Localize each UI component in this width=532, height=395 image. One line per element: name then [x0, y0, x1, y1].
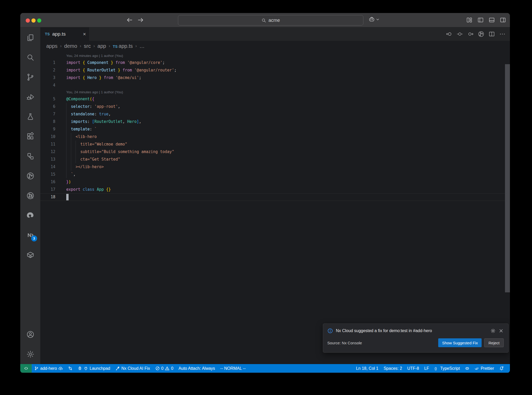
zoom-window-button[interactable] [37, 18, 41, 23]
indent-guide [76, 156, 76, 163]
editor-scrollbar[interactable] [505, 64, 510, 292]
breadcrumb-separator-icon: › [80, 43, 81, 49]
customize-layout-icon[interactable] [466, 17, 473, 23]
nav-forward-icon[interactable] [467, 31, 474, 37]
remote-icon [24, 366, 28, 371]
git-compare-status[interactable] [65, 364, 75, 373]
code-token: imports [71, 119, 87, 124]
breadcrumb-separator-icon: › [60, 43, 62, 49]
prettier-status[interactable]: Prettier [472, 364, 497, 373]
code-line: 9 template: ` [40, 126, 510, 133]
nav-dot-icon[interactable] [456, 31, 463, 37]
split-editor-icon[interactable] [488, 31, 495, 37]
launchpad-status[interactable]: Launchpad [75, 364, 113, 373]
breadcrumb-separator-icon: › [135, 43, 137, 49]
minimize-window-button[interactable] [31, 18, 36, 23]
notification-settings-gear-icon[interactable] [490, 328, 496, 333]
breadcrumb-item-[interactable]: … [139, 43, 145, 49]
tab-close-icon[interactable]: × [83, 31, 86, 37]
code-token: cta="Get Started" [66, 157, 120, 162]
navigate-forward-icon[interactable] [137, 17, 144, 23]
code-token: { [83, 68, 85, 73]
notification-title: Nx Cloud suggested a fix for demo:test i… [336, 328, 488, 333]
line-number: 8 [40, 118, 55, 126]
auto-attach-status[interactable]: Auto Attach: Always [176, 364, 218, 373]
breadcrumb-item-demo[interactable]: demo [64, 43, 77, 49]
sidebar-item-settings[interactable] [26, 350, 35, 358]
encoding-status[interactable]: UTF-8 [405, 364, 422, 373]
sidebar-item-edge[interactable] [26, 211, 35, 220]
code-token: } [118, 68, 120, 73]
code-token: template [71, 127, 90, 131]
code-token [66, 127, 71, 131]
tab-app-ts[interactable]: TS app.ts × [40, 27, 89, 41]
sidebar-item-testing[interactable] [26, 113, 35, 121]
notification-toast: Nx Cloud suggested a fix for demo:test i… [323, 324, 509, 353]
vim-mode-status[interactable]: -- NORMAL -- [218, 364, 248, 373]
code-token: 'app-root' [94, 104, 118, 109]
nx-graph-icon[interactable] [478, 31, 484, 37]
nav-back-icon[interactable] [446, 31, 453, 37]
notification-close-icon[interactable] [498, 328, 504, 333]
code-line: 13 cta="Get Started" [40, 156, 510, 163]
code-token [80, 75, 83, 80]
show-suggested-fix-button[interactable]: Show Suggested Fix [438, 338, 482, 347]
line-number: 3 [40, 74, 55, 82]
nx-cloud-ai-fix-status[interactable]: Nx Cloud AI Fix [113, 364, 152, 373]
eol-status[interactable]: LF [422, 364, 432, 373]
indent-guide [71, 141, 71, 148]
code-line-content: ></lib-hero> [66, 163, 104, 171]
panel-bottom-icon[interactable] [488, 17, 495, 23]
sidebar-item-extensions[interactable] [26, 132, 35, 141]
code-editor[interactable]: You, 24 minutes ago | 1 author (You)1imp… [40, 51, 510, 364]
indent-guide [66, 171, 66, 178]
sidebar-item-source-control[interactable] [26, 73, 35, 81]
sidebar-item-container[interactable] [26, 251, 35, 259]
breadcrumb-item-apps[interactable]: apps [46, 43, 57, 49]
code-token: ` [94, 127, 97, 131]
sidebar-item-nx-graph-search[interactable] [26, 192, 35, 200]
code-line: 17export class App {} [40, 186, 510, 193]
cursor-position-status[interactable]: Ln 18, Col 1 [353, 364, 381, 373]
sidebar-item-explorer[interactable] [26, 34, 35, 42]
close-window-button[interactable] [26, 18, 30, 23]
branch-status[interactable]: add-hero [32, 364, 65, 373]
code-token [113, 75, 116, 80]
status-bar-right: Ln 18, Col 1Spaces: 2UTF-8LF{}TypeScript… [353, 364, 510, 373]
sidebar-item-account[interactable] [26, 330, 35, 339]
copilot-status[interactable] [462, 364, 472, 373]
command-center-search[interactable]: acme [178, 15, 363, 25]
problems-status[interactable]: 00 [153, 364, 176, 373]
code-token [104, 187, 106, 192]
code-token [113, 60, 116, 65]
sidebar-item-run-debug[interactable] [26, 93, 35, 101]
reject-button[interactable]: Reject [484, 338, 504, 347]
breadcrumb-item-appts[interactable]: TS app.ts [113, 43, 133, 49]
language-status[interactable]: {}TypeScript [432, 364, 463, 373]
sidebar-item-nx-console[interactable]: 3 [26, 231, 35, 239]
code-line-content: template: ` [66, 126, 97, 133]
panel-left-icon[interactable] [477, 17, 484, 23]
copilot-menu[interactable] [368, 16, 380, 23]
panel-right-icon[interactable] [500, 17, 506, 23]
code-token: ` [66, 172, 73, 177]
breadcrumb-item-app[interactable]: app [97, 43, 106, 49]
navigate-back-icon[interactable] [126, 17, 133, 23]
sidebar-item-linked-squares[interactable] [26, 152, 35, 160]
chevron-down-icon [376, 17, 380, 22]
prettier-status-label: Prettier [481, 366, 494, 371]
code-line-content: import { RouterOutlet } from '@angular/r… [66, 67, 176, 74]
more-icon[interactable] [499, 31, 506, 37]
code-token: class [83, 187, 94, 192]
remote-indicator[interactable] [20, 364, 32, 373]
info-icon [327, 328, 333, 334]
line-number: 5 [40, 95, 55, 103]
notifications-bell[interactable] [497, 364, 506, 373]
indent-guide [71, 133, 71, 141]
code-line: 14 ></lib-hero> [40, 163, 510, 171]
code-token: , [123, 119, 127, 124]
sidebar-item-nx-graph[interactable] [26, 172, 35, 180]
sidebar-item-search[interactable] [26, 53, 35, 62]
indentation-status[interactable]: Spaces: 2 [381, 364, 405, 373]
breadcrumb-item-src[interactable]: src [84, 43, 91, 49]
